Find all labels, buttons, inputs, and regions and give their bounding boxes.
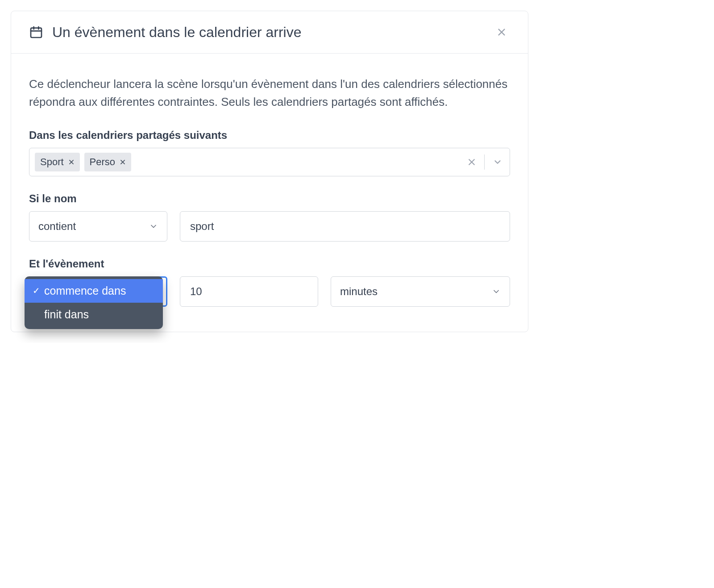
tag-remove-button[interactable]	[68, 159, 75, 165]
multiselect-tags: Sport Perso	[35, 153, 131, 171]
calendars-multiselect[interactable]: Sport Perso	[29, 148, 510, 176]
check-icon: ✓	[32, 285, 41, 296]
tag-label: Sport	[40, 156, 64, 168]
calendar-icon	[29, 25, 43, 39]
close-button[interactable]	[493, 24, 510, 41]
divider	[484, 154, 485, 170]
dropdown-option-ends[interactable]: finit dans	[25, 303, 163, 326]
calendars-field: Dans les calendriers partagés suivants S…	[29, 129, 510, 176]
panel-body: Ce déclencheur lancera la scène lorsqu'u…	[11, 54, 528, 332]
event-value-input[interactable]	[180, 276, 318, 307]
calendars-label: Dans les calendriers partagés suivants	[29, 129, 510, 142]
name-condition-label: Si le nom	[29, 192, 510, 205]
select-value: contient	[38, 220, 76, 233]
chevron-down-icon	[493, 157, 502, 167]
tag-label: Perso	[90, 156, 115, 168]
chevron-down-icon	[492, 287, 501, 296]
multiselect-controls	[465, 154, 504, 170]
event-value-wrap	[180, 276, 318, 307]
x-icon	[467, 158, 476, 167]
panel-title: Un évènement dans le calendrier arrive	[52, 24, 302, 41]
svg-rect-0	[31, 28, 42, 38]
name-value-input[interactable]	[180, 211, 510, 242]
name-condition-row: contient	[29, 211, 510, 242]
close-icon	[497, 27, 506, 37]
chevron-down-icon	[149, 222, 158, 231]
description-text: Ce déclencheur lancera la scène lorsqu'u…	[29, 75, 510, 111]
event-condition-row: ✓ commence dans finit dans minutes	[29, 276, 510, 307]
trigger-config-panel: Un évènement dans le calendrier arrive C…	[11, 11, 528, 332]
option-label: commence dans	[44, 284, 126, 297]
event-timing-dropdown: ✓ commence dans finit dans	[25, 276, 163, 329]
panel-title-wrap: Un évènement dans le calendrier arrive	[29, 24, 302, 41]
multiselect-clear-button[interactable]	[465, 156, 478, 168]
dropdown-option-starts[interactable]: ✓ commence dans	[25, 279, 163, 303]
calendar-tag: Sport	[35, 153, 80, 171]
multiselect-toggle-button[interactable]	[491, 155, 504, 169]
x-icon	[120, 159, 126, 165]
panel-header: Un évènement dans le calendrier arrive	[11, 11, 528, 54]
event-timing-select-wrap: ✓ commence dans finit dans	[29, 276, 167, 307]
option-label: finit dans	[44, 308, 89, 321]
event-unit-select[interactable]: minutes	[331, 276, 510, 307]
name-condition-field: Si le nom contient	[29, 192, 510, 242]
name-operator-select[interactable]: contient	[29, 211, 167, 242]
calendar-tag: Perso	[84, 153, 131, 171]
x-icon	[68, 159, 75, 165]
event-condition-label: Et l'évènement	[29, 258, 510, 270]
event-condition-field: Et l'évènement ✓ commence dans finit dan…	[29, 258, 510, 307]
select-value: minutes	[340, 285, 378, 298]
tag-remove-button[interactable]	[120, 159, 126, 165]
